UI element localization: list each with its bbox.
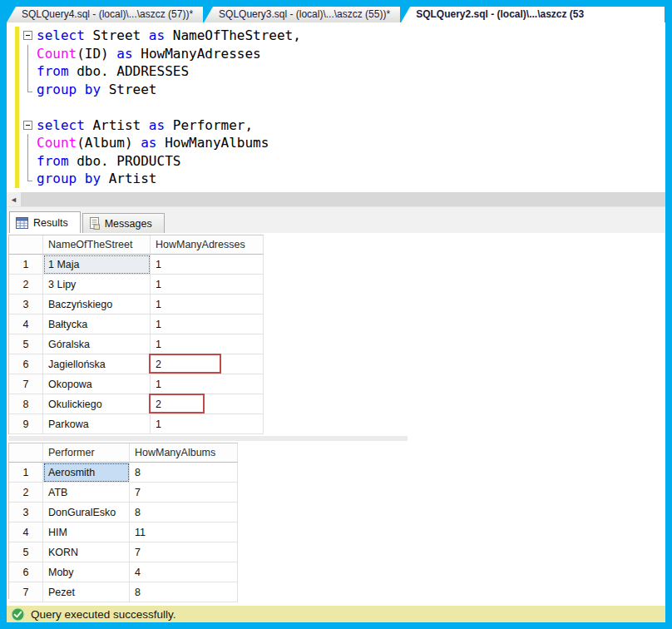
collapse-icon[interactable] <box>23 121 32 130</box>
row-number[interactable]: 7 <box>9 374 43 394</box>
row-number[interactable]: 6 <box>9 354 43 374</box>
change-tracking-bar <box>15 134 19 152</box>
cell-value[interactable]: ATB <box>43 483 130 503</box>
scrollbar-track[interactable] <box>21 192 665 206</box>
row-number[interactable]: 8 <box>9 394 43 414</box>
row-number[interactable]: 4 <box>9 314 43 334</box>
row-number[interactable]: 5 <box>9 542 43 562</box>
cell-value[interactable]: 1 <box>151 255 264 275</box>
editor-tab-1[interactable]: SQLQuery4.sql - (local)\...\aszcz (57))* <box>7 7 203 22</box>
fold-guide-line <box>27 152 28 171</box>
editor-tab-2[interactable]: SQLQuery3.sql - (local)\...\aszcz (55))* <box>204 7 400 22</box>
code-text[interactable]: select Street as NameOfTheStreet, <box>37 27 301 45</box>
fold-margin[interactable] <box>21 81 37 99</box>
cell-value[interactable]: 8 <box>130 463 238 483</box>
fold-margin[interactable] <box>21 152 37 171</box>
token: from <box>37 63 69 79</box>
row-number[interactable]: 1 <box>9 255 43 275</box>
fold-guide-line <box>27 45 28 63</box>
cell-value[interactable]: 2 <box>151 354 264 374</box>
fold-margin[interactable] <box>21 98 37 116</box>
row-number[interactable]: 3 <box>9 503 43 523</box>
token: dbo. ADDRESSES <box>69 63 190 79</box>
row-number[interactable]: 5 <box>9 334 43 354</box>
code-text[interactable]: from dbo. PRODUCTS <box>37 152 180 171</box>
grid-splitter[interactable] <box>8 436 408 441</box>
fold-margin[interactable] <box>21 45 37 63</box>
row-number[interactable]: 1 <box>9 463 43 483</box>
editor-horizontal-scrollbar[interactable]: ◄ <box>7 192 665 206</box>
column-header[interactable]: Performer <box>43 443 130 463</box>
cell-value[interactable]: HIM <box>43 523 130 542</box>
row-number[interactable]: 2 <box>9 275 43 295</box>
change-tracking-bar <box>15 98 19 116</box>
cell-value[interactable]: 8 <box>130 582 238 602</box>
app-window: SQLQuery4.sql - (local)\...\aszcz (57))*… <box>0 0 672 629</box>
cell-value[interactable]: Jagiellońska <box>43 354 151 374</box>
code-text[interactable]: select Artist as Performer, <box>37 116 253 135</box>
column-header[interactable]: NameOfTheStreet <box>43 235 151 255</box>
table-row: 5Góralska1 <box>9 334 264 354</box>
column-header[interactable]: HowManyAlbums <box>130 443 238 463</box>
scroll-left-button[interactable]: ◄ <box>7 192 21 206</box>
cell-value[interactable]: Okopowa <box>43 374 151 394</box>
cell-value[interactable]: 4 <box>130 562 238 582</box>
code-text[interactable]: from dbo. ADDRESSES <box>37 62 189 81</box>
cell-value[interactable]: 1 <box>151 275 264 295</box>
result-grid-2: PerformerHowManyAlbums1Aerosmith82ATB73D… <box>8 443 238 602</box>
results-grid-icon <box>16 217 28 229</box>
corner-cell <box>9 235 43 255</box>
cell-value[interactable]: 1 <box>151 374 264 394</box>
cell-value[interactable]: Bałtycka <box>43 314 151 334</box>
cell-value[interactable]: KORN <box>43 542 130 562</box>
change-tracking-bar <box>15 62 19 81</box>
row-number[interactable]: 7 <box>9 582 43 602</box>
cell-value[interactable]: 3 Lipy <box>43 275 151 295</box>
code-text[interactable]: group by Artist <box>37 170 157 188</box>
editor-tab-3[interactable]: SQLQuery2.sql - (local)\...\aszcz (53 <box>401 7 665 22</box>
results-grid-zone: NameOfTheStreetHowManyAdresses11 Maja123… <box>7 233 665 599</box>
cell-value[interactable]: DonGuralEsko <box>43 503 130 523</box>
fold-margin[interactable] <box>21 27 37 45</box>
fold-margin[interactable] <box>21 134 37 152</box>
cell-value[interactable]: Góralska <box>43 334 151 354</box>
code-text[interactable]: group by Street <box>37 81 157 99</box>
cell-value[interactable]: Pezet <box>43 582 130 602</box>
token: select <box>37 117 85 133</box>
collapse-icon[interactable] <box>23 31 32 40</box>
row-number[interactable]: 4 <box>9 523 43 542</box>
fold-margin[interactable] <box>21 62 37 81</box>
column-header[interactable]: HowManyAdresses <box>151 235 264 255</box>
cell-value[interactable]: 8 <box>130 503 238 523</box>
row-number[interactable]: 9 <box>9 414 43 434</box>
fold-margin[interactable] <box>21 170 37 188</box>
cell-value[interactable]: 1 <box>151 314 264 334</box>
code-text[interactable]: Count(Album) as HowManyAlbums <box>37 134 269 152</box>
cell-value[interactable]: 2 <box>151 394 264 414</box>
fold-margin[interactable] <box>21 116 37 135</box>
cell-value[interactable]: Baczyńskiego <box>43 295 151 314</box>
row-number[interactable]: 6 <box>9 562 43 582</box>
sql-editor[interactable]: select Street as NameOfTheStreet,Count(I… <box>7 22 665 192</box>
table-row: 3Baczyńskiego1 <box>9 295 264 314</box>
cell-value[interactable]: Moby <box>43 562 130 582</box>
editor-margin <box>7 62 15 81</box>
cell-value[interactable]: Okulickiego <box>43 394 151 414</box>
cell-value[interactable]: 7 <box>130 542 238 562</box>
row-number[interactable]: 3 <box>9 295 43 314</box>
tab-messages[interactable]: Messages <box>82 213 165 233</box>
code-text[interactable]: Count(ID) as HowManyAdresses <box>37 45 261 63</box>
table-row: 1Aerosmith8 <box>9 463 238 483</box>
code-line-8: from dbo. PRODUCTS <box>7 152 665 171</box>
cell-value[interactable]: 1 <box>151 414 264 434</box>
cell-value[interactable]: 1 <box>151 334 264 354</box>
cell-value[interactable]: 1 <box>151 295 264 314</box>
cell-value[interactable]: Parkowa <box>43 414 151 434</box>
cell-value[interactable]: Aerosmith <box>43 463 130 483</box>
tab-results[interactable]: Results <box>9 211 81 233</box>
cell-value[interactable]: 1 Maja <box>43 255 151 275</box>
row-number[interactable]: 2 <box>9 483 43 503</box>
editor-margin <box>7 27 15 45</box>
cell-value[interactable]: 7 <box>130 483 238 503</box>
cell-value[interactable]: 11 <box>130 523 238 542</box>
